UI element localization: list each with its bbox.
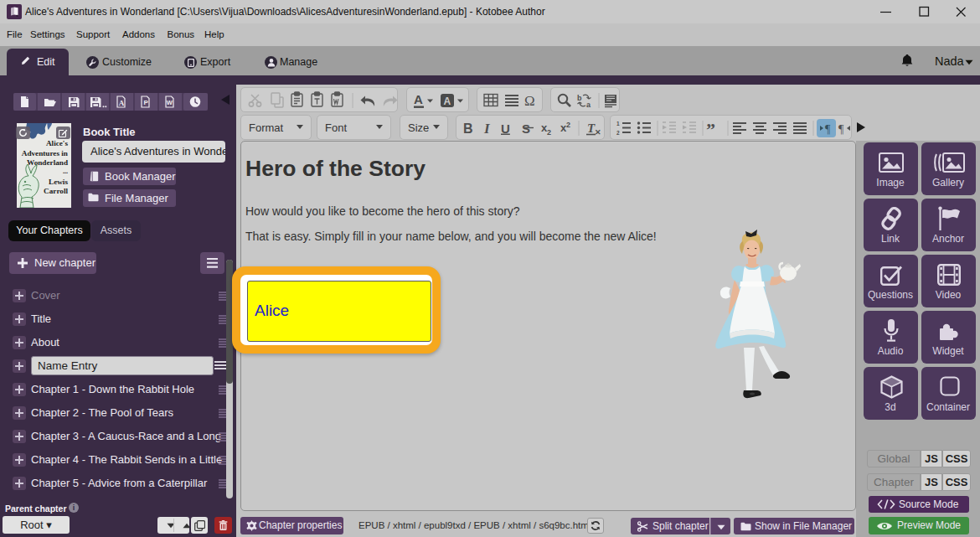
svg-text:Adventures in: Adventures in (22, 149, 68, 157)
svg-text:2: 2 (547, 128, 551, 137)
svg-text:2: 2 (616, 130, 620, 136)
svg-text:A: A (444, 96, 451, 107)
svg-text:A: A (119, 99, 125, 107)
svg-text:✕: ✕ (595, 128, 601, 137)
svg-text:Wonderland: Wonderland (27, 158, 68, 167)
svg-text:U: U (501, 121, 510, 136)
svg-text:A: A (414, 92, 423, 106)
svg-text:P: P (143, 99, 148, 106)
svg-text:b: b (577, 94, 582, 102)
svg-text:Ω: Ω (524, 93, 535, 109)
svg-text:I: I (483, 121, 491, 137)
svg-text:1: 1 (616, 121, 620, 127)
svg-text:a: a (586, 101, 591, 109)
svg-text:...: ... (63, 168, 68, 175)
svg-text:¶: ¶ (825, 123, 831, 136)
svg-text:W: W (167, 99, 173, 106)
svg-text:Carroll: Carroll (44, 187, 68, 195)
svg-text:¶: ¶ (838, 123, 844, 136)
svg-text:Alice's: Alice's (46, 139, 68, 147)
svg-text:B: B (463, 121, 473, 136)
svg-text:Lewis: Lewis (49, 178, 68, 186)
svg-text:”: ” (706, 119, 715, 140)
svg-text:2: 2 (566, 121, 570, 129)
